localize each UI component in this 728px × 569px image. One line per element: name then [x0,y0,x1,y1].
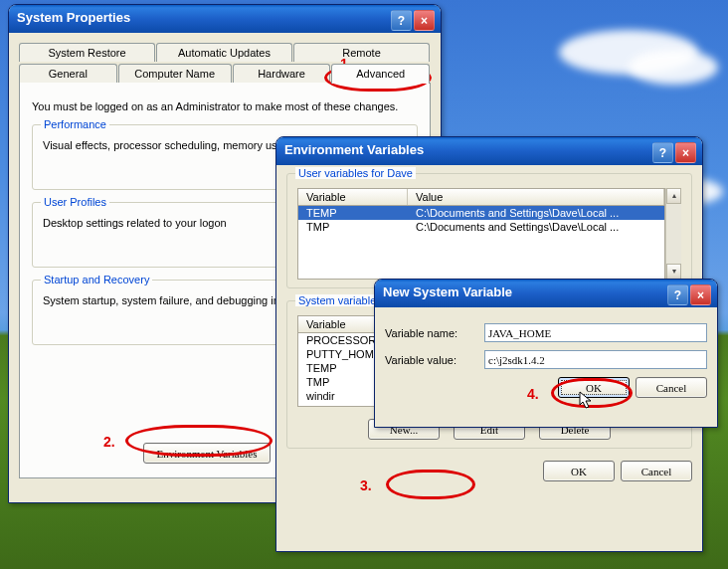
scroll-down-icon[interactable]: ▾ [666,264,681,280]
startup-legend: Startup and Recovery [41,274,152,285]
user-variables-group: User variables for Dave Variable Value T… [286,173,692,288]
col-value[interactable]: Value [408,189,664,205]
variable-value-input[interactable] [484,350,707,369]
envvars-title: Environment Variables [284,142,424,157]
envvars-titlebar: Environment Variables ? × [276,137,702,165]
user-variables-list[interactable]: TEMP C:\Documents and Settings\Dave\Loca… [297,206,665,280]
newvar-title: New System Variable [383,284,512,299]
close-icon[interactable]: × [414,10,435,31]
col-variable[interactable]: Variable [298,189,408,205]
tab-advanced[interactable]: Advanced [331,64,430,84]
sysprops-titlebar: System Properties ? × [9,5,441,33]
newvar-cancel-button[interactable]: Cancel [636,377,707,398]
scrollbar[interactable]: ▴ ▾ [665,188,681,280]
envvars-cancel-button[interactable]: Cancel [621,461,692,481]
user-variables-legend: User variables for Dave [295,167,416,179]
tab-computer-name[interactable]: Computer Name [118,64,232,83]
help-icon[interactable]: ? [391,10,412,31]
close-icon[interactable]: × [690,284,711,305]
help-icon[interactable]: ? [652,142,673,163]
newvar-titlebar: New System Variable ? × [375,280,717,307]
help-icon[interactable]: ? [667,284,688,305]
user-profiles-legend: User Profiles [41,196,109,208]
tab-automatic-updates[interactable]: Automatic Updates [156,43,292,62]
new-system-variable-dialog: New System Variable ? × Variable name: V… [374,279,718,428]
tab-hardware[interactable]: Hardware [233,64,331,83]
table-row[interactable]: TMP C:\Documents and Settings\Dave\Local… [298,220,664,234]
performance-legend: Performance [41,118,109,130]
envvars-ok-button[interactable]: OK [543,461,615,481]
sysprops-title: System Properties [17,10,130,25]
environment-variables-button[interactable]: Environment Variables [143,443,271,464]
user-list-header: Variable Value [297,188,665,206]
close-icon[interactable]: × [675,142,696,163]
variable-name-input[interactable] [484,323,707,342]
tab-system-restore[interactable]: System Restore [19,43,155,62]
tab-general[interactable]: General [19,64,117,83]
variable-name-label: Variable name: [385,327,484,339]
newvar-ok-button[interactable]: OK [558,377,630,398]
system-variables-legend: System variables [295,294,385,306]
admin-notice: You must be logged on as an Administrato… [32,100,418,112]
variable-value-label: Variable value: [385,354,484,366]
scroll-up-icon[interactable]: ▴ [666,188,681,204]
table-row[interactable]: TEMP C:\Documents and Settings\Dave\Loca… [298,206,664,220]
tab-remote[interactable]: Remote [293,43,430,62]
